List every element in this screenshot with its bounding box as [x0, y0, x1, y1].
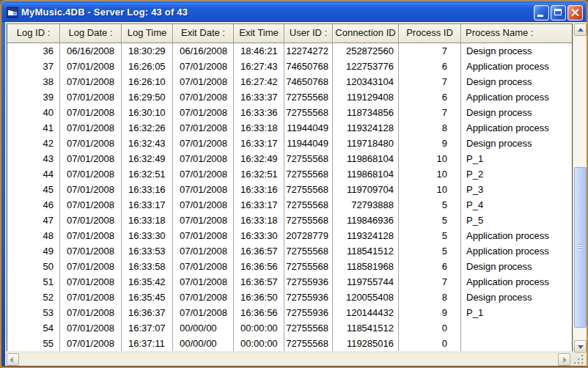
- table-row[interactable]: 4207/01/200816:32:4307/01/200816:33:1711…: [7, 136, 572, 151]
- table-cell: 07/01/2008: [60, 213, 122, 228]
- table-cell: 16:37:07: [122, 320, 173, 336]
- table-cell: 72755568: [284, 105, 333, 120]
- column-header-log-id[interactable]: Log ID :: [7, 24, 60, 43]
- table-cell: 16:36:57: [234, 274, 284, 290]
- vertical-scrollbar[interactable]: [574, 23, 587, 353]
- table-cell: 16:32:51: [234, 166, 284, 182]
- table-cell: 07/01/2008: [173, 120, 234, 136]
- table-row[interactable]: 3606/16/200818:30:2906/16/200818:46:2112…: [7, 43, 572, 59]
- table-cell: 07/01/2008: [60, 120, 122, 136]
- table-row[interactable]: 3807/01/200816:26:1007/01/200816:27:4274…: [7, 74, 572, 89]
- table-cell: 16:32:26: [122, 120, 173, 136]
- table-cell: 07/01/2008: [60, 320, 122, 336]
- table-cell: 52: [7, 290, 60, 305]
- maximize-icon[interactable]: [551, 5, 566, 21]
- table-cell: 07/01/2008: [60, 136, 122, 151]
- table-cell: Design process: [461, 74, 572, 89]
- column-header-user-id[interactable]: User ID :: [284, 24, 333, 43]
- table-cell: [461, 336, 572, 351]
- table-cell: 118541512: [333, 243, 399, 259]
- table-cell: 16:32:49: [122, 151, 173, 166]
- minimize-icon[interactable]: [534, 5, 549, 21]
- table-cell: 72755936: [284, 305, 333, 320]
- database-app-icon[interactable]: [7, 7, 18, 18]
- table-cell: 07/01/2008: [173, 105, 234, 120]
- scroll-up-button[interactable]: [574, 23, 587, 36]
- table-cell: 119709704: [333, 182, 399, 197]
- table-cell: 7: [399, 43, 461, 59]
- table-row[interactable]: 4807/01/200816:33:3007/01/200816:33:3020…: [7, 228, 572, 243]
- table-row[interactable]: 3907/01/200816:29:5007/01/200816:33:3772…: [7, 89, 572, 105]
- table-cell: 122753776: [333, 59, 399, 74]
- table-row[interactable]: 4607/01/200816:33:1707/01/200816:33:1772…: [7, 197, 572, 213]
- table-cell: 16:33:17: [122, 197, 173, 213]
- table-cell: 120144432: [333, 305, 399, 320]
- table-row[interactable]: 5507/01/200816:37:1100/00/0000:00:007275…: [7, 336, 572, 351]
- table-row[interactable]: 4907/01/200816:33:5307/01/200816:36:5772…: [7, 243, 572, 259]
- table-cell: 37: [7, 59, 60, 74]
- table-row[interactable]: 3707/01/200816:26:0507/01/200816:27:4374…: [7, 59, 572, 74]
- table-cell: 16:32:43: [122, 136, 173, 151]
- table-cell: 07/01/2008: [173, 182, 234, 197]
- table-cell: 5: [399, 228, 461, 243]
- table-row[interactable]: 4107/01/200816:32:2607/01/200816:33:1811…: [7, 120, 572, 136]
- scroll-down-button[interactable]: [574, 340, 587, 353]
- horizontal-scrollbar[interactable]: [7, 353, 570, 366]
- table-row[interactable]: 4007/01/200816:30:1007/01/200816:33:3672…: [7, 105, 572, 120]
- table-cell: 51: [7, 274, 60, 290]
- table-cell: 16:30:10: [122, 105, 173, 120]
- table-cell: P_3: [461, 182, 572, 197]
- table-cell: 43: [7, 151, 60, 166]
- table-cell: 07/01/2008: [173, 136, 234, 151]
- table-cell: 72755568: [284, 197, 333, 213]
- column-header-connection-id[interactable]: Connection ID: [333, 24, 399, 43]
- table-row[interactable]: 5007/01/200816:33:5807/01/200816:36:5672…: [7, 259, 572, 274]
- table-cell: 252872560: [333, 43, 399, 59]
- titlebar[interactable]: MyMusic.4DB - Server Log: 43 of 43: [2, 2, 586, 22]
- table-cell: Application process: [461, 228, 572, 243]
- table-cell: 00/00/00: [173, 336, 234, 351]
- table-row[interactable]: 5407/01/200816:37:0700/00/0000:00:007275…: [7, 320, 572, 336]
- table-row[interactable]: 5307/01/200816:36:3707/01/200816:36:5672…: [7, 305, 572, 320]
- scroll-right-button[interactable]: [558, 353, 570, 366]
- table-row[interactable]: 5207/01/200816:35:4507/01/200816:36:5072…: [7, 290, 572, 305]
- table-cell: 07/01/2008: [60, 305, 122, 320]
- table-cell: 5: [399, 243, 461, 259]
- table-row[interactable]: 4407/01/200816:32:5107/01/200816:32:5172…: [7, 166, 572, 182]
- table-cell: 72755568: [284, 166, 333, 182]
- table-cell: 119868104: [333, 151, 399, 166]
- table-cell: 74650768: [284, 74, 333, 89]
- table-cell: 118734856: [333, 105, 399, 120]
- column-header-exit-time[interactable]: Exit Time: [234, 24, 284, 43]
- close-icon[interactable]: [567, 5, 583, 21]
- table-cell: 7: [399, 274, 461, 290]
- table-row[interactable]: 4707/01/200816:33:1807/01/200816:33:1872…: [7, 213, 572, 228]
- table-cell: 45: [7, 182, 60, 197]
- column-header-exit-date[interactable]: Exit Date :: [173, 24, 234, 43]
- table-cell: Design process: [461, 259, 572, 274]
- table-header-row: Log ID :Log Date :Log TimeExit Date :Exi…: [7, 24, 572, 43]
- table-cell: 5: [399, 197, 461, 213]
- column-header-process-name[interactable]: Process Name :: [461, 24, 572, 43]
- table-cell: 53: [7, 305, 60, 320]
- table-cell: 119285016: [333, 336, 399, 351]
- column-header-log-time[interactable]: Log Time: [122, 24, 173, 43]
- column-header-process-id[interactable]: Process ID: [399, 24, 461, 43]
- table-cell: 07/01/2008: [60, 105, 122, 120]
- table-cell: 44: [7, 166, 60, 182]
- scroll-left-button[interactable]: [7, 353, 19, 366]
- column-header-log-date[interactable]: Log Date :: [60, 24, 122, 43]
- resize-grip-icon[interactable]: [573, 353, 587, 366]
- table-cell: 72755568: [284, 259, 333, 274]
- table-cell: Design process: [461, 105, 572, 120]
- table-cell: 72755568: [284, 89, 333, 105]
- vertical-scrollbar-thumb[interactable]: [574, 167, 587, 328]
- table-row[interactable]: 4507/01/200816:33:1607/01/200816:33:1672…: [7, 182, 572, 197]
- table-cell: 06/16/2008: [173, 43, 234, 59]
- table-row[interactable]: 4307/01/200816:32:4907/01/200816:32:4972…: [7, 151, 572, 166]
- table-cell: 72755568: [284, 336, 333, 351]
- table-cell: 55: [7, 336, 60, 351]
- table-cell: 16:33:17: [234, 197, 284, 213]
- table-row[interactable]: 5107/01/200816:35:4207/01/200816:36:5772…: [7, 274, 572, 290]
- table-cell: 00:00:00: [234, 320, 284, 336]
